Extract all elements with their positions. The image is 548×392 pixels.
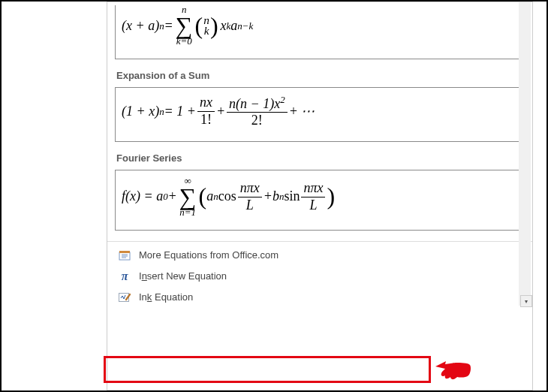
eq-text: (1 + x) [122,104,159,120]
section-title-fourier: Fourier Series [116,152,520,164]
pointing-hand-icon [434,350,473,384]
fraction: nπx L [301,180,325,213]
paren-icon: ( [199,187,207,207]
eq-text: + [216,104,225,120]
equation-item-expansion[interactable]: (1 + x)n = 1 + nx 1! + n(n − 1)x2 2! + ⋯ [115,87,520,142]
eq-text: b [272,188,279,205]
menu-label: More Equations from Office.com [139,249,279,261]
fraction: nx 1! [197,95,215,128]
sigma-icon: ∞ ∑ n=1 [179,176,197,218]
eq-text: + [168,188,177,205]
eq-text: cos [218,188,236,205]
fraction: n(n − 1)x2 2! [227,94,288,129]
eq-text: = [164,18,173,35]
eq-text: = 1 + [164,104,196,120]
eq-text: (x + a) [122,18,159,35]
sigma-icon: n ∑ k=0 [176,5,193,47]
paren-icon: ) [210,17,218,36]
menu-label: Insert New Equation [139,270,227,282]
eq-text: a [206,188,213,205]
pi-icon: π [118,270,131,282]
fraction: nπx L [238,180,262,213]
menu-more-equations[interactable]: More Equations from Office.com ▸ [107,245,532,266]
eq-text: f(x) = a [122,188,163,205]
eq-text: a [230,18,237,35]
equation-item-binomial[interactable]: (x + a)n = n ∑ k=0 ( n k ) xkan−k [115,5,520,59]
menu-label: Ink Equation [139,291,193,303]
svg-rect-1 [119,251,130,253]
office-icon [118,249,131,261]
equation-gallery-panel: (x + a)n = n ∑ k=0 ( n k ) xkan−k Expans… [107,2,533,390]
eq-text: sin [284,188,300,205]
equation-item-fourier[interactable]: f(x) = a0 + ∞ ∑ n=1 ( an cos nπx L + bn … [115,170,520,231]
eq-text: + [263,188,272,205]
scrollbar[interactable] [519,2,531,306]
section-title-expansion: Expansion of a Sum [116,70,520,81]
binomial-symbol: n k [203,15,209,37]
equation-menu: More Equations from Office.com ▸ π Inser… [107,241,532,311]
equation-gallery: (x + a)n = n ∑ k=0 ( n k ) xkan−k Expans… [107,2,532,231]
eq-text: + ⋯ [289,104,315,120]
ink-equation-icon [118,291,131,303]
paren-icon: ) [327,187,335,207]
paren-icon: ( [195,17,203,36]
scroll-down-button[interactable]: ▾ [520,295,532,307]
eq-exp: n−k [237,20,253,32]
menu-ink-equation[interactable]: Ink Equation [107,287,532,308]
menu-insert-new-equation[interactable]: π Insert New Equation [107,266,532,287]
eq-text: x [221,18,227,35]
